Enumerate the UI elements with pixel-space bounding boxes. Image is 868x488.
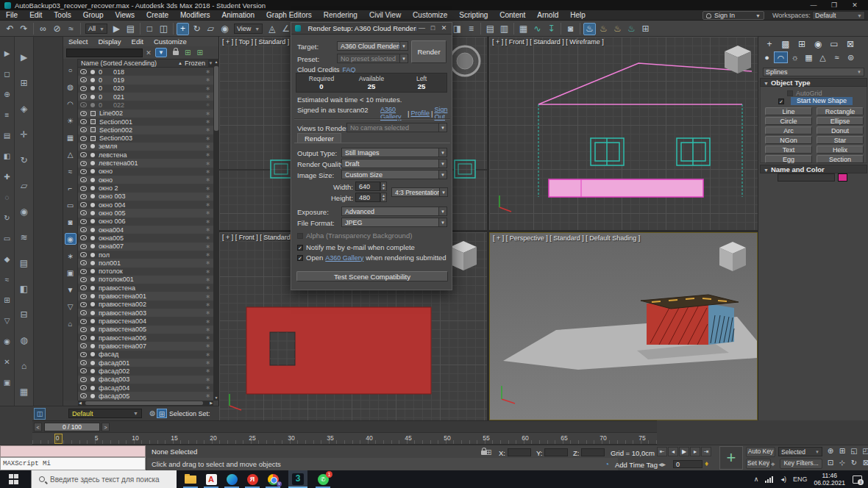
docked-toolbar-icon[interactable]: ✛: [15, 129, 33, 140]
explorer-column-header[interactable]: Name (Sorted Ascending) ▲ Frozen: [78, 59, 208, 68]
scene-object-row[interactable]: окно 003∗: [78, 193, 213, 201]
shape-button-egg[interactable]: Egg: [765, 155, 812, 163]
utilities-tab[interactable]: ⊠: [842, 38, 858, 50]
scene-object-row[interactable]: пол001∗: [78, 259, 213, 267]
shape-button-line[interactable]: Line: [765, 107, 812, 115]
filter-combinations-icon[interactable]: ▽: [65, 301, 77, 312]
object-name-field[interactable]: [778, 173, 835, 182]
views-to-render-dropdown[interactable]: No camera selected▼: [346, 123, 447, 132]
create-key-button[interactable]: +: [719, 446, 743, 470]
open-gallery-checkbox[interactable]: ✓: [297, 255, 303, 261]
docked-toolbar-icon[interactable]: ⊟: [15, 309, 33, 320]
aspect-ratio-dropdown[interactable]: 4:3 Presentation▼: [391, 187, 448, 197]
selection-set-dropdown[interactable]: Selected▼: [778, 447, 822, 456]
docked-toolbar-icon[interactable]: ◈: [15, 104, 33, 114]
preset-dropdown[interactable]: No preset selected▼: [337, 54, 408, 63]
name-and-color-rollout-header[interactable]: ▼Name and Color: [760, 165, 867, 173]
scene-object-row[interactable]: Section003∗: [78, 134, 213, 143]
cameras-category-icon[interactable]: ▦: [802, 51, 816, 63]
hidden-icons-chevron[interactable]: ∧: [754, 476, 759, 483]
vertical-scrollbar[interactable]: ▲ ▼: [213, 59, 219, 401]
docked-toolbar-icon[interactable]: ◌: [0, 193, 14, 201]
column-chooser-icon[interactable]: ▼: [208, 59, 213, 68]
motion-tab[interactable]: ◉: [810, 38, 826, 50]
next-frame-arrow[interactable]: >: [102, 423, 110, 431]
scene-object-row[interactable]: фасад004∗: [78, 384, 213, 392]
absolute-mode-icon[interactable]: ⊞: [485, 448, 491, 456]
time-slider-handle[interactable]: 0 / 100: [44, 423, 100, 431]
maxscript-mini-listener[interactable]: [0, 445, 146, 457]
scene-object-row[interactable]: Line002∗: [78, 110, 213, 118]
docked-toolbar-icon[interactable]: ↻: [0, 214, 14, 222]
viewport-front-label[interactable]: [ + ] [ Front ] [ Standard ] [ Wireframe…: [492, 38, 604, 46]
docked-toolbar-icon[interactable]: ✕: [0, 358, 14, 366]
faq-link[interactable]: FAQ: [343, 66, 356, 73]
docked-toolbar-icon[interactable]: ▣: [0, 378, 14, 387]
visibility-eye-icon[interactable]: [80, 360, 87, 365]
scene-object-row[interactable]: правюстена002∗: [78, 301, 213, 309]
explorer-menu-select[interactable]: Select: [63, 37, 93, 46]
visibility-eye-icon[interactable]: [80, 69, 87, 74]
viewport-perspective[interactable]: [ + ] [ Perspective ] [ Standard ] [ Def…: [489, 232, 758, 420]
visibility-eye-icon[interactable]: [80, 144, 87, 149]
shape-button-section[interactable]: Section: [817, 155, 864, 163]
viewport-perspective-label[interactable]: [ + ] [ Perspective ] [ Standard ] [ Def…: [493, 234, 640, 242]
folder-icon[interactable]: ⌂: [65, 317, 77, 329]
menu-tools[interactable]: Tools: [48, 10, 77, 21]
scene-object-row[interactable]: фасад002∗: [78, 367, 213, 375]
docked-toolbar-icon[interactable]: ▤: [0, 132, 14, 140]
scroll-left-icon[interactable]: ◀: [79, 401, 82, 406]
render-button[interactable]: Render: [411, 40, 447, 63]
scene-object-row[interactable]: фасад001∗: [78, 359, 213, 367]
ribbon-toggle-icon[interactable]: ▦: [517, 23, 530, 35]
zoom-all-icon[interactable]: ⊞: [837, 446, 847, 456]
render-setup-icon[interactable]: ♨: [583, 23, 596, 35]
display-none-icon[interactable]: ○: [65, 64, 77, 76]
menu-file[interactable]: File: [0, 10, 24, 21]
redo-icon[interactable]: ↷: [18, 23, 30, 35]
render-quality-dropdown[interactable]: Draft▼: [341, 159, 447, 168]
selection-filter-dropdown[interactable]: All▼: [85, 24, 107, 34]
menu-customize[interactable]: Customize: [407, 10, 453, 21]
scene-object-row[interactable]: земля∗: [78, 143, 213, 151]
taskbar-app-chrome[interactable]: V: [263, 470, 282, 488]
visibility-eye-icon[interactable]: [80, 77, 87, 82]
start-button[interactable]: [9, 474, 19, 484]
visibility-eye-icon[interactable]: [80, 194, 87, 199]
scene-object-row[interactable]: 0 021∗: [78, 93, 213, 101]
spacewarps-category-icon[interactable]: ≈: [830, 51, 844, 63]
scene-object-row[interactable]: окно 006∗: [78, 218, 213, 226]
docked-toolbar-icon[interactable]: ▶: [15, 52, 33, 62]
scene-object-row[interactable]: потолок∗: [78, 268, 213, 276]
visibility-eye-icon[interactable]: [80, 227, 87, 232]
docked-toolbar-icon[interactable]: ◧: [0, 152, 14, 160]
orbit-icon[interactable]: ↻: [849, 458, 859, 468]
scene-object-row[interactable]: правюстена007∗: [78, 342, 213, 350]
maximize-button[interactable]: ❐: [824, 0, 844, 10]
height-field[interactable]: 480: [355, 193, 380, 202]
display-materials-icon[interactable]: ◙: [65, 216, 77, 228]
shape-button-ngon[interactable]: NGon: [765, 136, 812, 144]
scene-object-row[interactable]: правюстена005∗: [78, 326, 213, 334]
scene-object-row[interactable]: 0 022∗: [78, 101, 213, 109]
display-geometry-icon[interactable]: ◍: [65, 81, 77, 93]
scroll-up-icon[interactable]: ▲: [213, 59, 219, 65]
default-set-dropdown[interactable]: Default ▼: [68, 409, 142, 418]
scene-object-row[interactable]: фасад∗: [78, 351, 213, 359]
dialog-title-bar[interactable]: Render Setup: A360 Cloud Renderi... — □ …: [291, 23, 452, 35]
display-hidden-icon[interactable]: ◉: [65, 233, 77, 245]
docked-toolbar-icon[interactable]: ◻: [0, 70, 14, 78]
menu-modifiers[interactable]: Modifiers: [174, 10, 216, 21]
filter-icon[interactable]: ▼: [65, 284, 77, 295]
previous-frame-button[interactable]: ◂: [668, 447, 678, 456]
shape-button-circle[interactable]: Circle: [765, 117, 812, 125]
geometry-category-icon[interactable]: ●: [760, 51, 774, 63]
scene-object-row[interactable]: окно 2∗: [78, 184, 213, 192]
viewport-front-top[interactable]: [ + ] [ Front ] [ Standard ] [ Wireframe…: [489, 37, 758, 230]
profile-link[interactable]: Profile: [410, 110, 430, 117]
test-scene-compatibility-button[interactable]: Test Scene Compatibility: [296, 271, 448, 281]
docked-toolbar-icon[interactable]: ▱: [15, 181, 33, 191]
isolate-selection-icon[interactable]: ⊜: [147, 409, 157, 418]
select-and-rotate-icon[interactable]: ↻: [191, 23, 203, 35]
curve-editor-icon[interactable]: ∿: [531, 23, 544, 35]
